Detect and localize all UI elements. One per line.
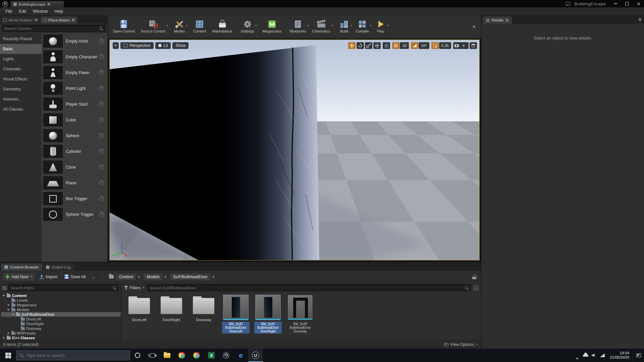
settings-button[interactable]: Settings <box>238 19 257 34</box>
build-button[interactable]: Build <box>336 19 353 34</box>
camera-speed-button[interactable]: 4 <box>453 42 469 49</box>
collapse-arrow-icon[interactable] <box>7 304 10 307</box>
folder-item-doorway[interactable]: Doorway <box>189 295 218 322</box>
unreal-editor-button[interactable] <box>248 349 263 362</box>
category-basic[interactable]: Basic <box>0 44 42 54</box>
search-classes-input[interactable] <box>4 26 99 31</box>
cinematics-button[interactable]: Cinematics <box>309 19 333 34</box>
actor-item-cube[interactable]: Cube <box>42 112 107 128</box>
maximize-viewport-button[interactable] <box>470 42 477 49</box>
tree-item-models[interactable]: Models <box>1 307 121 312</box>
scale-tool-button[interactable] <box>365 42 372 49</box>
tree-item-megascans[interactable]: Megascans <box>1 303 121 307</box>
close-icon[interactable] <box>35 18 38 21</box>
expand-arrow-icon[interactable] <box>12 313 15 316</box>
close-icon[interactable] <box>505 19 508 22</box>
tree-item-doorright[interactable]: DoorRight <box>1 321 121 326</box>
folder-item-doorright[interactable]: DoorRight <box>157 295 186 322</box>
tray-expand-button[interactable] <box>573 349 581 362</box>
actor-item-plane[interactable]: Plane <box>42 175 107 191</box>
add-new-button[interactable]: Add New <box>3 273 35 281</box>
import-button[interactable]: Import <box>37 273 60 281</box>
volume-tray-button[interactable] <box>590 349 598 362</box>
obs-studio-button[interactable] <box>219 349 233 362</box>
surface-snapping-button[interactable] <box>383 42 390 49</box>
filters-button[interactable]: Filters <box>124 286 145 290</box>
content-search-input[interactable] <box>150 286 465 290</box>
tab-place-actors[interactable]: Place Actors <box>41 16 77 23</box>
search-paths-input[interactable] <box>11 286 113 290</box>
help-icon[interactable] <box>99 212 104 217</box>
project-tab[interactable]: BuildingEscape <box>10 1 64 7</box>
close-icon[interactable] <box>71 18 74 21</box>
tree-item-doorway[interactable]: Doorway <box>1 326 121 331</box>
notification-center-button[interactable] <box>633 349 644 362</box>
panel-close-icon[interactable] <box>638 18 641 21</box>
breadcrumb-models[interactable]: Models <box>144 274 163 280</box>
scale-snap-value[interactable]: 0.25 <box>439 42 451 49</box>
tab-output-log[interactable]: Output Log <box>43 263 74 271</box>
blueprints-button[interactable]: Blueprints <box>287 19 309 34</box>
menu-help[interactable]: Help <box>51 7 66 15</box>
viewport-show-button[interactable]: Show <box>172 42 189 49</box>
viewport-3d[interactable]: Perspective Lit Show <box>109 40 480 260</box>
maximize-button[interactable] <box>621 0 633 7</box>
source-control-button[interactable]: Source Control <box>138 19 168 34</box>
help-icon[interactable] <box>99 133 104 138</box>
menu-window[interactable]: Window <box>30 7 51 15</box>
category-recently-placed[interactable]: Recently Placed <box>0 34 42 44</box>
expand-arrow-icon[interactable] <box>2 294 5 297</box>
actor-item-sphere[interactable]: Sphere <box>42 128 107 143</box>
actor-item-sphere-trigger[interactable]: Sphere Trigger <box>42 206 107 222</box>
start-button[interactable] <box>0 349 16 362</box>
collapse-arrow-icon[interactable] <box>2 337 5 340</box>
asset-item-doorway[interactable]: SM_SciFi BulkheadDoor Doorway <box>286 295 315 334</box>
tree-item-content[interactable]: Content <box>1 293 121 298</box>
help-icon[interactable] <box>99 102 104 107</box>
viewport-perspective-button[interactable]: Perspective <box>120 42 154 49</box>
breadcrumb-content[interactable]: Content <box>116 274 136 280</box>
expand-arrow-icon[interactable] <box>7 308 10 311</box>
actor-item-box-trigger[interactable]: Box Trigger <box>42 191 107 206</box>
tab-world-outliner[interactable]: World Outliner <box>1 16 40 23</box>
grid-snap-value[interactable]: 10 <box>400 42 409 49</box>
help-icon[interactable] <box>99 54 104 59</box>
save-search-icon[interactable] <box>474 286 478 290</box>
view-options-button[interactable]: View Options <box>444 342 478 347</box>
lock-icon[interactable] <box>472 275 476 279</box>
file-explorer-button[interactable] <box>160 349 174 362</box>
move-tool-button[interactable] <box>348 42 356 49</box>
help-icon[interactable] <box>99 180 104 185</box>
content-button[interactable]: Content <box>190 19 209 34</box>
category-visual-effects[interactable]: Visual Effects <box>0 74 42 84</box>
save-all-button[interactable]: Save All <box>62 273 88 281</box>
category-lights[interactable]: Lights <box>0 54 42 64</box>
play-button[interactable]: Play <box>372 19 389 34</box>
menu-file[interactable]: File <box>2 7 15 15</box>
breadcrumb-separator-icon[interactable] <box>213 276 216 278</box>
taskbar-search[interactable] <box>16 350 130 360</box>
minimize-button[interactable] <box>610 0 621 7</box>
asset-item-doorleft[interactable]: SM_SciFi BulkheadDoor DoorLeft <box>221 295 250 334</box>
actor-item-cone[interactable]: Cone <box>42 159 107 175</box>
sources-toggle-icon[interactable] <box>2 286 7 290</box>
help-icon[interactable] <box>99 149 104 154</box>
actor-item-empty-character[interactable]: Empty Character <box>42 49 107 65</box>
onedrive-tray-button[interactable] <box>581 349 590 362</box>
taskbar-search-input[interactable] <box>26 353 126 358</box>
tree-item-cpp-classes[interactable]: C++ Classes <box>1 336 121 340</box>
megascans-button[interactable]: Megascans <box>259 19 284 34</box>
collapse-arrow-icon[interactable] <box>7 332 10 335</box>
scale-snap-toggle[interactable] <box>431 42 439 49</box>
viewport-options-dropdown[interactable] <box>113 42 119 49</box>
rotation-snap-value[interactable]: 10° <box>419 42 429 49</box>
save-current-button[interactable]: Save Current <box>110 19 138 34</box>
help-icon[interactable] <box>99 165 104 170</box>
actor-item-empty-pawn[interactable]: Empty Pawn <box>42 65 107 80</box>
tab-content-browser[interactable]: Content Browser <box>1 263 42 271</box>
tree-item-doorleft[interactable]: DoorLeft <box>1 317 121 321</box>
world-coordinate-button[interactable] <box>373 42 381 49</box>
category-all-classes[interactable]: All Classes <box>0 104 42 114</box>
help-icon[interactable] <box>99 39 104 44</box>
close-button[interactable] <box>633 0 644 7</box>
